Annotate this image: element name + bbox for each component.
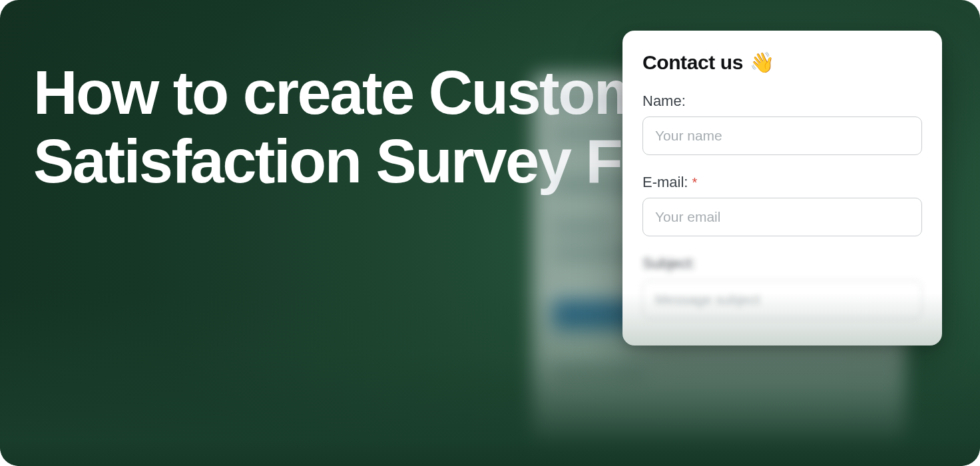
email-input[interactable] [642,198,922,236]
required-asterisk-icon: * [692,176,697,189]
waving-hand-icon: 👋 [750,51,774,74]
card-title: Contact us 👋 [642,51,922,74]
email-label: E-mail: * [642,174,922,191]
card-title-text: Contact us [642,51,743,74]
email-field-group: E-mail: * [642,174,922,236]
contact-form-card: Contact us 👋 Name: E-mail: * Subject: [622,31,942,346]
name-input[interactable] [642,116,922,155]
name-label: Name: [642,93,922,110]
subject-input[interactable] [642,280,922,319]
email-label-text: E-mail: [642,174,688,191]
hero-banner: How to create Customer Satisfaction Surv… [0,0,980,466]
subject-field-group: Subject: [642,255,922,319]
name-field-group: Name: [642,93,922,155]
subject-label: Subject: [642,255,922,272]
